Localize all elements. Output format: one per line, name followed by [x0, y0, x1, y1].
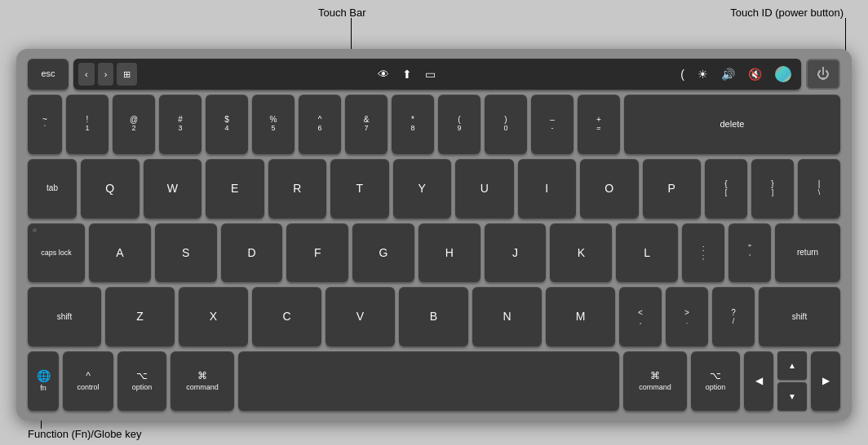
key-period[interactable]: >. [666, 287, 708, 346]
chevron-left-icon: ‹ [85, 69, 88, 79]
touch-bar-paren-btn[interactable]: ( [675, 63, 689, 86]
key-command-right[interactable]: ⌘ command [623, 351, 687, 411]
key-w[interactable]: W [144, 159, 202, 218]
key-z[interactable]: Z [105, 287, 175, 346]
key-slash[interactable]: ?/ [712, 287, 755, 346]
key-j[interactable]: J [485, 223, 547, 283]
key-command-left[interactable]: ⌘ command [170, 351, 234, 411]
key-i[interactable]: I [518, 159, 577, 218]
esc-key[interactable]: esc [28, 59, 69, 90]
touch-bar-eye-btn[interactable]: 👁 [373, 63, 394, 86]
key-option-left[interactable]: ⌥ option [117, 351, 166, 411]
key-x[interactable]: X [179, 287, 248, 346]
key-n[interactable]: N [472, 287, 542, 346]
key-q[interactable]: Q [81, 159, 140, 218]
key-d[interactable]: D [221, 223, 283, 283]
key-backslash[interactable]: |\ [798, 159, 840, 218]
key-7[interactable]: &7 [345, 95, 388, 154]
option-left-label: option [132, 383, 153, 392]
key-6[interactable]: ^6 [299, 95, 341, 154]
key-r[interactable]: R [268, 159, 327, 218]
key-u[interactable]: U [455, 159, 514, 218]
touch-id-key[interactable]: ⏻ [806, 59, 840, 90]
capslock-indicator [33, 228, 37, 232]
key-p[interactable]: P [643, 159, 702, 218]
key-a[interactable]: A [89, 223, 151, 283]
key-arrow-down[interactable]: ▼ [777, 382, 807, 411]
key-h[interactable]: H [418, 223, 480, 283]
key-g[interactable]: G [352, 223, 414, 283]
globe-icon: 🌐 [37, 369, 51, 383]
key-0[interactable]: )0 [485, 95, 527, 154]
key-semicolon[interactable]: :; [682, 223, 724, 283]
key-arrow-left[interactable]: ◀ [744, 351, 773, 411]
key-backtick[interactable]: ~` [28, 95, 62, 154]
control-symbol: ^ [86, 370, 91, 381]
key-2[interactable]: @2 [113, 95, 155, 154]
key-space[interactable] [238, 351, 619, 411]
key-9[interactable]: (9 [438, 95, 480, 154]
key-t[interactable]: T [330, 159, 389, 218]
key-v[interactable]: V [326, 287, 395, 346]
key-option-right[interactable]: ⌥ option [691, 351, 740, 411]
key-shift-right[interactable]: shift [759, 287, 840, 346]
key-3[interactable]: #3 [159, 95, 202, 154]
key-capslock[interactable]: caps lock [28, 223, 85, 283]
key-arrow-up[interactable]: ▲ [777, 351, 807, 380]
share-icon: ⬆ [402, 68, 412, 81]
key-delete[interactable]: delete [624, 95, 840, 154]
key-o[interactable]: O [580, 159, 639, 218]
touch-bar-share-btn[interactable]: ⬆ [397, 63, 417, 86]
touch-bar-label: Touch Bar [318, 7, 366, 19]
key-quote[interactable]: "' [728, 223, 771, 283]
key-e[interactable]: E [206, 159, 264, 218]
key-minus[interactable]: –- [531, 95, 574, 154]
key-fn[interactable]: 🌐 fn [28, 351, 59, 411]
tab-row: tab Q W E R T Y U I O P {[ }] |\ [28, 159, 840, 218]
key-8[interactable]: *8 [392, 95, 434, 154]
key-return[interactable]: return [775, 223, 840, 283]
key-s[interactable]: S [155, 223, 217, 283]
mute-icon: 🔇 [748, 68, 762, 81]
key-m[interactable]: M [546, 287, 615, 346]
key-l[interactable]: L [616, 223, 678, 283]
key-b[interactable]: B [399, 287, 468, 346]
key-equals[interactable]: += [578, 95, 620, 154]
key-5[interactable]: %5 [252, 95, 294, 154]
command-left-symbol: ⌘ [197, 370, 207, 381]
touch-bar-back-btn[interactable]: ‹ [78, 63, 95, 86]
touch-bar[interactable]: ‹ › ⊞ 👁 ⬆ ▭ ( ☀ [73, 59, 801, 90]
key-bracket-close[interactable]: }] [751, 159, 794, 218]
key-f[interactable]: F [286, 223, 348, 283]
paren-icon: ( [680, 68, 684, 81]
touch-bar-mute-btn[interactable]: 🔇 [743, 63, 767, 86]
keyboard: esc ‹ › ⊞ 👁 ⬆ ▭ [16, 49, 852, 421]
control-label: control [77, 383, 99, 392]
key-arrow-right[interactable]: ▶ [811, 351, 840, 411]
option-right-label: option [706, 383, 726, 392]
key-k[interactable]: K [550, 223, 612, 283]
key-control[interactable]: ^ control [63, 351, 113, 411]
option-right-symbol: ⌥ [710, 370, 721, 381]
touch-bar-forward-btn[interactable]: › [98, 63, 114, 86]
shift-row: shift Z X C V B N M <, >. ?/ shift [28, 287, 840, 346]
key-y[interactable]: Y [393, 159, 452, 218]
touch-id-label: Touch ID (power button) [730, 7, 844, 19]
touch-bar-brightness-btn[interactable]: ☀ [693, 63, 713, 86]
key-4[interactable]: $4 [206, 95, 248, 154]
key-c[interactable]: C [252, 287, 321, 346]
option-left-symbol: ⌥ [136, 370, 148, 381]
grid-icon: ⊞ [123, 69, 131, 80]
eye-icon: 👁 [378, 68, 389, 81]
key-bracket-open[interactable]: {[ [705, 159, 747, 218]
touch-bar-siri-btn[interactable] [770, 63, 796, 86]
key-tab[interactable]: tab [28, 159, 77, 218]
arrow-updown-container: ▲ ▼ [777, 351, 807, 411]
touch-bar-screen-btn[interactable]: ▭ [420, 63, 441, 86]
touch-bar-grid-btn[interactable]: ⊞ [117, 63, 137, 86]
key-1[interactable]: !1 [66, 95, 108, 154]
key-shift-left[interactable]: shift [28, 287, 101, 346]
chevron-right-icon: › [104, 69, 108, 79]
touch-bar-volume-btn[interactable]: 🔊 [716, 63, 740, 86]
key-comma[interactable]: <, [619, 287, 662, 346]
